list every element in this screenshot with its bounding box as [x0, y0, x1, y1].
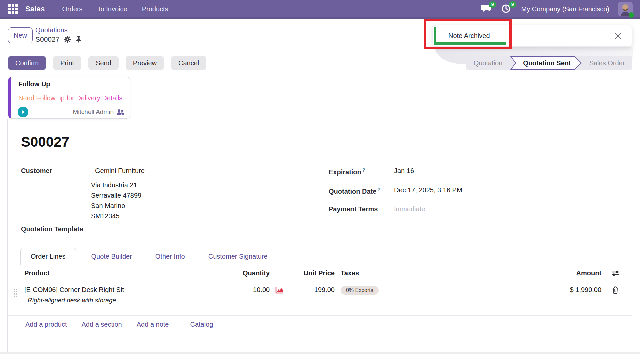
activity-assignee: Mitchell Admin [73, 108, 125, 116]
breadcrumb-current-record: S00027 [35, 35, 59, 44]
delete-line-icon[interactable] [612, 286, 619, 294]
gear-icon[interactable] [63, 35, 71, 43]
quotation-date-label: Quotation Date? [329, 186, 394, 195]
activity-play-button[interactable] [18, 107, 28, 117]
systray: 9 9 My Company (San Francisco) [481, 2, 633, 16]
forecast-chart-icon[interactable] [275, 286, 284, 294]
tab-customer-signature[interactable]: Customer Signature [200, 248, 276, 265]
activity-popover: Follow Up Need Follow up for Delivery De… [8, 77, 130, 119]
expiration-label: Expiration? [329, 167, 394, 176]
tax-tag[interactable]: 0% Exports [341, 286, 379, 295]
play-icon [22, 110, 25, 114]
add-product-link[interactable]: Add a product [25, 321, 67, 328]
sheet-bottom-gap [0, 352, 640, 354]
preview-button[interactable]: Preview [126, 56, 164, 70]
assignee-name: Mitchell Admin [73, 108, 114, 116]
expiration-help-icon: ? [362, 167, 365, 173]
status-step-quotation-sent[interactable]: Quotation Sent [510, 56, 582, 70]
customer-field: Customer Gemini Furniture [21, 167, 145, 175]
pin-icon[interactable] [75, 35, 82, 43]
main-menu: Orders To Invoice Products [62, 5, 168, 13]
order-line-row: [E-COM06] Corner Desk Right Sit Right-al… [8, 281, 632, 316]
expiration-value[interactable]: Jan 16 [394, 167, 414, 176]
add-section-link[interactable]: Add a section [82, 321, 122, 328]
drag-handle-icon[interactable] [14, 289, 21, 297]
confirm-button[interactable]: Confirm [8, 56, 46, 70]
toast-notification: Note Archived [433, 25, 632, 47]
app-name[interactable]: Sales [25, 5, 45, 13]
payment-terms-field: Payment Terms Immediate [329, 205, 425, 213]
tab-other-info[interactable]: Other Info [147, 248, 193, 265]
active-step-label: Quotation Sent [510, 56, 582, 70]
address-line-1: Via Industria 21 [91, 180, 141, 190]
online-status-dot [629, 12, 634, 18]
apps-grid-icon[interactable] [8, 4, 18, 14]
notebook: Order Lines Quote Builder Other Info Cus… [8, 247, 632, 333]
line-product-name[interactable]: [E-COM06] Corner Desk Right Sit [24, 286, 229, 294]
order-lines-header: Product Quantity Unit Price Taxes Amount [8, 265, 632, 281]
quotation-reference: S00027 [21, 134, 69, 150]
status-step-quotation[interactable]: Quotation [466, 56, 510, 70]
toast-close-button[interactable] [613, 31, 623, 41]
status-pipeline: Quotation Quotation Sent Sales Order [466, 56, 632, 70]
new-button[interactable]: New [8, 27, 33, 43]
print-button[interactable]: Print [53, 56, 81, 70]
top-navbar: Sales Orders To Invoice Products 9 9 [0, 0, 640, 19]
activities-button[interactable]: 9 [501, 4, 512, 14]
breadcrumb-quotations-link[interactable]: Quotations [35, 26, 82, 34]
menu-to-invoice[interactable]: To Invoice [97, 5, 127, 13]
activity-summary: Need Follow up for Delivery Details [8, 91, 130, 105]
header-unit-price: Unit Price [287, 269, 335, 277]
activity-accent-bar [8, 77, 11, 118]
group-people-icon [116, 109, 124, 115]
line-quantity[interactable]: 10.00 [229, 286, 272, 294]
customer-label: Customer [21, 167, 93, 175]
company-switcher[interactable]: My Company (San Francisco) [521, 5, 609, 13]
expiration-field: Expiration? Jan 16 [329, 167, 414, 176]
header-amount: Amount [445, 269, 603, 277]
breadcrumb: Quotations S00027 [35, 26, 82, 44]
tab-order-lines[interactable]: Order Lines [20, 248, 76, 265]
menu-orders[interactable]: Orders [62, 5, 83, 13]
tab-quote-builder[interactable]: Quote Builder [83, 248, 140, 265]
quotation-date-value[interactable]: Dec 17, 2025, 3:16 PM [394, 186, 462, 195]
user-avatar[interactable] [618, 2, 633, 16]
quotation-template-field: Quotation Template [21, 225, 93, 233]
catalog-link[interactable]: Catalog [190, 321, 213, 328]
add-note-link[interactable]: Add a note [137, 321, 169, 328]
address-line-4: SM12345 [91, 211, 141, 221]
payment-terms-label: Payment Terms [329, 205, 394, 213]
cancel-button[interactable]: Cancel [171, 56, 206, 70]
form-sheet: S00027 Customer Gemini Furniture Via Ind… [7, 119, 632, 352]
customer-name-value[interactable]: Gemini Furniture [95, 167, 145, 175]
address-line-2: Serravalle 47899 [91, 190, 141, 201]
quotation-date-help-icon: ? [377, 186, 380, 192]
menu-products[interactable]: Products [142, 5, 168, 13]
quotation-template-label: Quotation Template [21, 225, 93, 233]
close-icon [613, 31, 623, 41]
tab-bar: Order Lines Quote Builder Other Info Cus… [8, 247, 632, 265]
header-taxes: Taxes [335, 269, 445, 277]
line-amount: $ 1,990.00 [445, 286, 603, 294]
messages-badge: 9 [489, 1, 497, 8]
activity-title: Follow Up [8, 77, 130, 91]
odoo-sales-quotation-screen: Sales Orders To Invoice Products 9 9 [0, 0, 640, 364]
customer-address: Via Industria 21 Serravalle 47899 San Ma… [91, 180, 141, 221]
activities-badge: 9 [509, 1, 517, 8]
status-step-sales-order[interactable]: Sales Order [582, 56, 632, 70]
header-product: Product [21, 269, 229, 277]
activity-footer: Mitchell Admin [8, 105, 130, 119]
header-quantity: Quantity [229, 269, 272, 277]
order-line-footer-links: Add a product Add a section Add a note C… [8, 316, 632, 333]
optional-columns-icon[interactable] [611, 269, 620, 277]
line-unit-price[interactable]: 199.00 [287, 286, 335, 294]
quotation-date-field: Quotation Date? Dec 17, 2025, 3:16 PM [329, 186, 462, 195]
action-buttons: Confirm Print Send Preview Cancel [8, 56, 206, 70]
send-button[interactable]: Send [88, 56, 119, 70]
address-line-3: San Marino [91, 201, 141, 211]
payment-terms-value[interactable]: Immediate [394, 205, 425, 213]
line-description: Right-aligned desk with storage [28, 297, 229, 304]
toast-progress-bar [436, 42, 506, 45]
messages-button[interactable]: 9 [481, 4, 492, 14]
